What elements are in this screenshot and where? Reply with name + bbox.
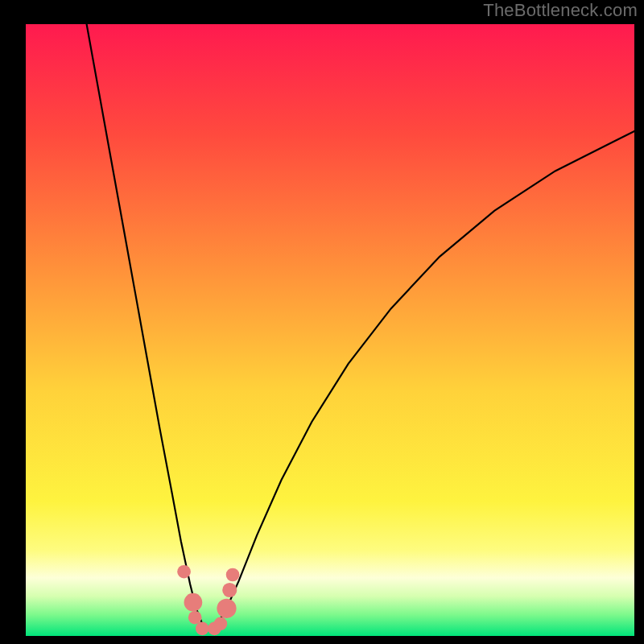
curve-marker (217, 599, 236, 618)
curve-marker (196, 622, 209, 636)
curve-marker (214, 617, 228, 630)
curve-right-branch (208, 131, 634, 630)
watermark-text: TheBottleneck.com (483, 0, 638, 21)
bottleneck-curve (26, 24, 634, 636)
curve-marker (177, 565, 191, 579)
plot-area (26, 24, 634, 636)
chart-frame: TheBottleneck.com (0, 0, 644, 644)
curve-marker (222, 583, 237, 597)
curve-marker (188, 611, 202, 625)
curve-left-branch (87, 24, 208, 630)
curve-marker (226, 568, 240, 582)
curve-marker (184, 593, 203, 612)
